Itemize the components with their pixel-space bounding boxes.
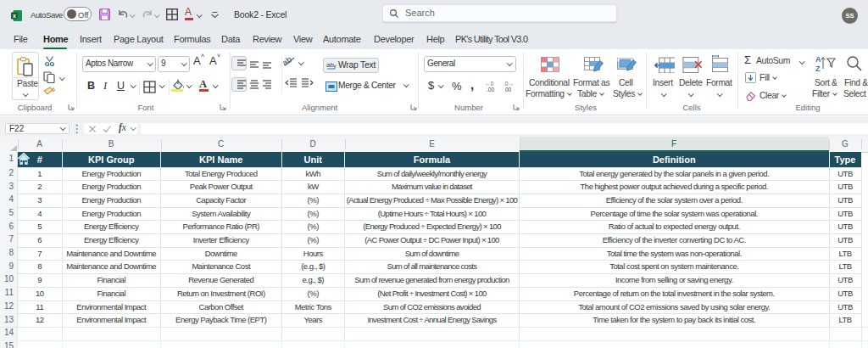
svg-text:.00: .00 <box>487 87 494 93</box>
svg-text:A: A <box>815 55 821 64</box>
svg-text:x: x <box>13 13 16 19</box>
svg-text:00: 00 <box>505 87 512 93</box>
svg-text:Z: Z <box>815 65 821 73</box>
